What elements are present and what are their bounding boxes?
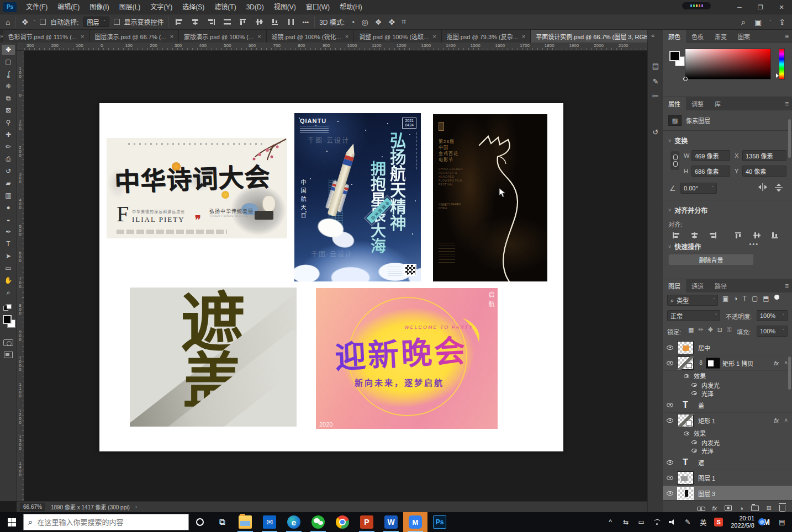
effect-row[interactable]: 内发光	[663, 381, 792, 389]
menu-filter[interactable]: 滤镜(T)	[209, 0, 241, 14]
layer-row[interactable]: 居中	[663, 340, 792, 355]
remove-background-button[interactable]: 删除背景	[668, 254, 754, 265]
close-button[interactable]: ✕	[771, 0, 792, 14]
tab-close-icon[interactable]: ×	[432, 33, 436, 40]
fx-badge[interactable]: fx	[774, 417, 779, 424]
taskbar-wechat[interactable]	[306, 512, 330, 532]
align-section-header[interactable]: ˅ 对齐并分布	[668, 205, 707, 215]
more-align-options-icon[interactable]: •••	[749, 241, 759, 247]
search-input[interactable]	[37, 518, 170, 526]
menu-window[interactable]: 窗口(W)	[301, 0, 335, 14]
tray-settings-icon[interactable]: ⇆	[619, 512, 632, 532]
layer-filter-dropdown[interactable]: ⌕ 类型 ˇ	[667, 295, 718, 306]
tab-close-icon[interactable]: ×	[257, 33, 261, 40]
lock-paint-icon[interactable]: ✏	[698, 326, 703, 333]
dock-icon-brush-settings[interactable]: ✎	[650, 76, 661, 87]
visibility-eye-icon[interactable]	[684, 374, 689, 378]
menu-view[interactable]: 视图(V)	[269, 0, 301, 14]
tab-channels[interactable]: 通道	[686, 279, 709, 292]
menu-type[interactable]: 文字(Y)	[145, 0, 177, 14]
visibility-eye-icon[interactable]	[667, 418, 673, 423]
canvas-area[interactable]: 中华诗词大会 F 中华美德的深远和源远流长 ILIAL PIETY ❞ 弘扬中华…	[24, 51, 647, 501]
lock-artboard-icon[interactable]: ⊡	[717, 326, 722, 333]
visibility-eye-icon[interactable]	[691, 449, 697, 453]
foreground-color-swatch[interactable]	[669, 51, 680, 61]
panel-menu-icon[interactable]: ≡	[785, 33, 789, 40]
taskbar-clock[interactable]: 20:01 2022/5/8	[727, 515, 758, 529]
volume-icon[interactable]	[666, 512, 679, 532]
text-layer-thumbnail[interactable]: T	[677, 398, 694, 412]
layer-mask-thumbnail[interactable]	[706, 358, 720, 369]
quick-mask-icon[interactable]	[3, 339, 13, 346]
align-bottom-button[interactable]	[769, 231, 781, 240]
menu-select[interactable]: 选择(S)	[177, 0, 209, 14]
start-button[interactable]	[0, 512, 23, 532]
visibility-eye-icon[interactable]	[667, 403, 673, 407]
taskbar-photoshop[interactable]: Ps	[427, 512, 452, 532]
filter-toggle-icon[interactable]	[774, 295, 779, 300]
swap-colors-icon[interactable]	[3, 304, 12, 311]
distribute-v-button[interactable]	[286, 17, 297, 26]
color-field[interactable]	[685, 49, 771, 79]
more-options-icon[interactable]: •••	[302, 19, 310, 25]
document-tab-4[interactable]: 滤镜.psd @ 100% (锐化... ×	[267, 30, 355, 42]
filter-adjustment-icon[interactable]: ◑	[733, 295, 737, 302]
y-field[interactable]: 40 像素	[742, 166, 786, 177]
flip-horizontal-button[interactable]	[758, 183, 769, 192]
workspace-icon[interactable]: ▣	[753, 18, 763, 26]
collapse-effects-icon[interactable]: ˄	[784, 417, 788, 423]
layer-thumbnail[interactable]	[677, 341, 694, 354]
align-top-button[interactable]	[237, 17, 249, 26]
document-tab-6[interactable]: 抠图.psd @ 79.3% (复杂... ×	[442, 30, 531, 42]
align-center-h-button[interactable]	[689, 231, 700, 240]
3d-camera-icon[interactable]: ⌗	[400, 17, 407, 26]
quick-selection-tool[interactable]: ❈	[2, 81, 15, 92]
menu-image[interactable]: 图像(I)	[85, 0, 114, 14]
frame-tool[interactable]: ⊠	[2, 105, 15, 116]
align-right-button[interactable]	[205, 17, 217, 26]
vertical-ruler[interactable]: 1000100200300400500600700800900100011001…	[17, 51, 24, 501]
task-view-button[interactable]: ⧉	[211, 512, 233, 532]
tab-gradients[interactable]: 渐变	[709, 30, 732, 43]
auto-select-target-dropdown[interactable]: 图层 ˇ	[83, 17, 109, 27]
panel-color-swatches[interactable]	[669, 51, 686, 67]
type-tool[interactable]: T	[2, 239, 15, 249]
effect-row[interactable]: 光泽	[663, 446, 792, 455]
layer-style-icon[interactable]: fx	[712, 505, 717, 512]
effects-row[interactable]: 效果	[663, 428, 792, 438]
visibility-eye-icon[interactable]	[691, 440, 697, 444]
taskbar-word[interactable]: W	[379, 512, 403, 532]
history-brush-tool[interactable]: ↺	[2, 166, 15, 177]
foreground-color-swatch[interactable]	[3, 315, 12, 324]
layer-thumbnail[interactable]	[677, 414, 694, 427]
menu-layer[interactable]: 图层(L)	[114, 0, 146, 14]
clone-stamp-tool[interactable]: ⎙	[2, 154, 15, 164]
panel-menu-icon[interactable]: ≡	[785, 100, 789, 108]
layer-row-selected[interactable]: 图层 3	[663, 486, 792, 501]
pen-tool[interactable]: ✒	[2, 227, 15, 237]
eraser-tool[interactable]: ▰	[2, 178, 15, 189]
restore-button[interactable]: ❐	[750, 0, 771, 14]
filter-smart-icon[interactable]: ⬒	[763, 295, 769, 302]
taskbar-search[interactable]: ⌕	[23, 514, 189, 530]
align-bottom-button[interactable]	[270, 17, 281, 26]
taskbar-chrome[interactable]	[330, 512, 355, 532]
effect-row[interactable]: 内发光	[663, 438, 792, 446]
language-indicator[interactable]: 英	[696, 512, 710, 532]
3d-pan-icon[interactable]: ❖	[374, 18, 383, 26]
tab-layers[interactable]: 图层	[663, 279, 686, 292]
dodge-tool[interactable]: ◒	[2, 215, 15, 225]
tab-swatches[interactable]: 色板	[686, 30, 709, 43]
rotation-field[interactable]: 0.00° ˇ	[680, 183, 717, 194]
x-field[interactable]: 1358 像素	[742, 150, 786, 161]
align-middle-v-button[interactable]	[751, 231, 763, 240]
visibility-eye-icon[interactable]	[667, 345, 673, 350]
tab-properties[interactable]: 属性	[663, 97, 686, 110]
tab-close-icon[interactable]: ×	[170, 33, 173, 40]
effects-row[interactable]: 效果	[663, 371, 792, 381]
gradient-tool[interactable]: ▥	[2, 190, 15, 201]
marquee-tool[interactable]: ▢	[2, 57, 15, 67]
tab-close-icon[interactable]: ×	[522, 33, 525, 40]
tab-adjustments[interactable]: 调整	[686, 97, 709, 110]
fill-field[interactable]: 100% ˇ	[757, 326, 788, 337]
